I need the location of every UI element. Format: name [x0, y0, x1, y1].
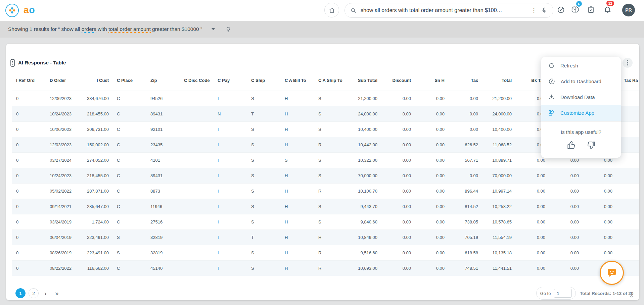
column-header: C Place: [113, 70, 146, 91]
table-cell: 0.00: [583, 183, 616, 199]
page-button-1[interactable]: 1: [15, 288, 26, 298]
table-cell: 218,455.00: [79, 106, 113, 121]
table-cell: 306,731.00: [79, 121, 113, 137]
thumbs-down-icon[interactable]: [586, 140, 596, 150]
next-page-button[interactable]: ›: [42, 288, 49, 298]
table-cell: 11946: [146, 199, 180, 214]
search-input[interactable]: [361, 7, 527, 13]
results-summary: Showing 1 results for “ show all orders …: [8, 26, 202, 32]
table-cell: 89431: [146, 106, 180, 121]
table-cell: I: [214, 199, 247, 214]
feedback-thumbs: [541, 135, 621, 158]
search-bar[interactable]: ⋮: [344, 3, 553, 18]
resize-grip-icon[interactable]: [628, 293, 633, 299]
table-cell: S: [247, 260, 281, 276]
menu-item-add-to-dashboard[interactable]: Add to Dashboard: [541, 73, 621, 89]
table-cell: [616, 183, 639, 199]
table-cell: 10/06/2023: [46, 121, 79, 137]
table-cell: 0.00: [449, 91, 482, 106]
menu-item-customize-app[interactable]: Customize App: [541, 105, 621, 121]
thumbs-up-icon[interactable]: [566, 140, 577, 150]
table-cell: 10/24/2023: [46, 168, 79, 183]
notification-count-badge: 12: [606, 1, 614, 6]
user-avatar[interactable]: PR: [622, 4, 635, 16]
app-logo-button[interactable]: [5, 4, 19, 17]
column-header: Tax: [449, 70, 482, 91]
table-cell: I: [214, 214, 247, 230]
menu-item-download-data[interactable]: Download Data: [541, 89, 621, 105]
table-cell: C: [113, 121, 146, 137]
drag-handle-icon[interactable]: [10, 59, 15, 68]
panel-menu-kebab-button[interactable]: [623, 58, 633, 68]
table-cell: S: [314, 152, 348, 168]
table-cell: 0.00: [449, 121, 482, 137]
panel-title: AI Response - Table: [18, 60, 66, 65]
table-cell: 32819: [146, 230, 180, 245]
tasks-button[interactable]: [585, 4, 597, 16]
microphone-icon[interactable]: [541, 7, 548, 14]
goto-page-input[interactable]: [554, 289, 572, 298]
table-cell: S: [314, 121, 348, 137]
table-cell: 9,840.60: [348, 214, 381, 230]
table-cell: C: [113, 152, 146, 168]
last-page-button[interactable]: »: [52, 288, 61, 298]
table-cell: 10,442.00: [348, 137, 381, 152]
table-cell: 0.00: [381, 183, 415, 199]
menu-item-label: Add to Dashboard: [561, 79, 601, 84]
gauge-icon: [557, 6, 565, 14]
table-cell: 10,889.71: [482, 152, 516, 168]
table-cell: S: [247, 121, 281, 137]
table-cell: I: [214, 152, 247, 168]
table-cell: H: [281, 91, 314, 106]
table-cell: 92101: [146, 121, 180, 137]
query-text-part: orders: [82, 26, 96, 33]
table-cell: 12/03/2023: [46, 137, 79, 152]
pagination: 12 › »: [15, 288, 61, 298]
table-cell: R: [314, 183, 348, 199]
table-cell: 626.52: [449, 137, 482, 152]
table-cell: H: [281, 230, 314, 245]
table-cell: S: [247, 199, 281, 214]
table-cell: 748.51: [449, 260, 482, 276]
table-cell: 0.00: [381, 121, 415, 137]
column-header: Sub Total: [348, 70, 381, 91]
table-cell: [616, 199, 639, 214]
dashboard-gauge-button[interactable]: [555, 4, 567, 16]
table-cell: H: [314, 230, 348, 245]
page-button-2[interactable]: 2: [29, 288, 39, 298]
table-cell: 11,068.52: [482, 137, 516, 152]
table-cell: 0.00: [415, 152, 449, 168]
brain-icon: [571, 5, 580, 14]
table-cell: 10,693.00: [348, 260, 381, 276]
table-cell: 0.00: [516, 260, 549, 276]
table-cell: 24,000.00: [348, 106, 381, 121]
column-header: Zip: [146, 70, 180, 91]
menu-item-refresh[interactable]: Refresh: [541, 58, 621, 73]
table-cell: 0.00: [415, 106, 449, 121]
search-options-kebab-icon[interactable]: ⋮: [527, 7, 541, 13]
home-button[interactable]: [324, 3, 339, 17]
feedback-chat-button[interactable]: [600, 261, 624, 285]
table-cell: 0.00: [415, 168, 449, 183]
table-cell: 0: [12, 214, 46, 230]
table-cell: S: [247, 245, 281, 260]
query-dropdown-caret-icon[interactable]: [212, 28, 215, 30]
column-header: C A Bill To: [281, 70, 314, 91]
table-cell: H: [281, 199, 314, 214]
table-cell: S: [113, 230, 146, 245]
table-cell: 0: [12, 152, 46, 168]
table-cell: 223,491.00: [79, 245, 113, 260]
table-cell: 116,662.00: [79, 260, 113, 276]
query-text-part: with: [96, 26, 108, 32]
table-cell: 334,676.00: [79, 91, 113, 106]
table-cell: 618.58: [449, 245, 482, 260]
table-cell: 0.00: [415, 91, 449, 106]
table-cell: S: [314, 214, 348, 230]
results-bar: Showing 1 results for “ show all orders …: [0, 21, 644, 38]
table-row: 008/26/2019223,491.00S32819ISHR9,516.600…: [12, 245, 639, 260]
table-cell: I: [214, 260, 247, 276]
table-cell: 0.00: [381, 260, 415, 276]
table-cell: 03/27/2024: [46, 152, 79, 168]
lightbulb-icon[interactable]: [225, 26, 232, 33]
table-cell: 27516: [146, 214, 180, 230]
